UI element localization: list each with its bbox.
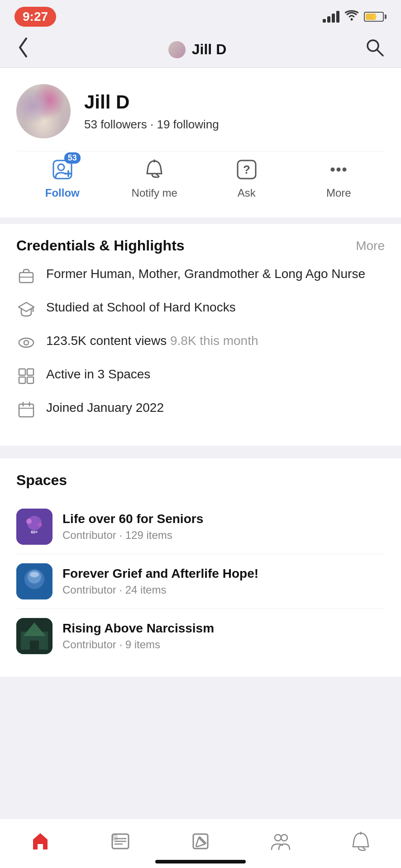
bottom-nav-notifications[interactable]: [338, 830, 383, 852]
views-secondary: 9.8K this month: [170, 334, 258, 348]
credential-text-spaces: Active in 3 Spaces: [46, 365, 150, 383]
space-thumb-1: 60+: [16, 509, 53, 545]
svg-point-48: [281, 835, 287, 841]
status-time: 9:27: [14, 7, 56, 27]
credentials-header: Credentials & Highlights More: [16, 237, 385, 254]
wifi-icon: [345, 10, 358, 24]
notify-label: Notify me: [132, 187, 177, 199]
space-item-3[interactable]: Rising Above Narcissism Contributor · 9 …: [16, 609, 385, 663]
svg-point-30: [26, 519, 32, 524]
svg-text:60+: 60+: [31, 530, 38, 534]
home-indicator: [155, 860, 246, 863]
credential-item-job: Former Human, Mother, Grandmother & Long…: [16, 265, 385, 286]
space-meta-3: Contributor · 9 items: [62, 638, 214, 651]
svg-rect-23: [19, 404, 33, 417]
nav-avatar: [168, 41, 186, 58]
bottom-nav-feed[interactable]: [98, 830, 143, 852]
svg-point-11: [337, 168, 341, 172]
notify-icon-wrap: [141, 156, 168, 183]
ask-button[interactable]: ? Ask: [215, 156, 278, 199]
space-thumb-3: [16, 618, 53, 654]
followers-count: 53 followers: [84, 118, 147, 131]
svg-rect-22: [27, 377, 33, 383]
home-icon: [29, 830, 51, 852]
spaces-icon: [16, 366, 36, 386]
space-item-1[interactable]: 60+ Life over 60 for Seniors Contributor…: [16, 500, 385, 554]
divider-2: [0, 446, 401, 452]
search-button[interactable]: [365, 38, 385, 61]
space-info-1: Life over 60 for Seniors Contributor · 1…: [62, 512, 203, 542]
bottom-nav-write[interactable]: [178, 830, 223, 852]
svg-point-31: [38, 523, 42, 527]
svg-rect-44: [112, 834, 118, 840]
credentials-title: Credentials & Highlights: [16, 237, 185, 254]
space-name-2: Forever Grief and Afterlife Hope!: [62, 566, 258, 581]
svg-point-12: [343, 168, 347, 172]
briefcase-icon: [16, 266, 36, 286]
calendar-icon: [16, 400, 36, 420]
notifications-icon: [350, 830, 372, 852]
avatar-image: [16, 84, 71, 138]
bottom-nav-community[interactable]: [258, 830, 303, 852]
space-name-1: Life over 60 for Seniors: [62, 512, 203, 526]
follow-button[interactable]: 53 Follow: [31, 156, 94, 199]
spaces-section: Spaces 60+ Life over 60 for Seniors Cont…: [0, 458, 401, 677]
signal-icon: [323, 11, 339, 23]
stat-separator: ·: [150, 118, 157, 131]
svg-point-17: [19, 338, 33, 347]
space-thumb-2: [16, 563, 53, 599]
svg-rect-20: [27, 369, 33, 375]
credential-item-spaces: Active in 3 Spaces: [16, 365, 385, 386]
credential-text-education: Studied at School of Hard Knocks: [46, 298, 236, 316]
credentials-more-button[interactable]: More: [356, 239, 385, 253]
ask-icon: ?: [235, 158, 258, 181]
nav-title: Jill D: [192, 41, 226, 58]
back-button[interactable]: [16, 36, 30, 63]
ask-icon-wrap: ?: [233, 156, 260, 183]
svg-rect-39: [30, 641, 39, 650]
svg-point-47: [275, 835, 281, 841]
follow-badge: 53: [64, 152, 81, 164]
battery-icon: ⚡: [364, 12, 387, 22]
credential-item-views: 123.5K content views 9.8K this month: [16, 332, 385, 353]
spaces-title: Spaces: [16, 472, 385, 489]
space-meta-1: Contributor · 129 items: [62, 529, 203, 542]
credential-item-joined: Joined January 2022: [16, 399, 385, 420]
profile-avatar: [16, 84, 71, 138]
profile-info: Jill D 53 followers · 19 following: [84, 91, 219, 132]
nav-title-area: Jill D: [168, 41, 226, 58]
nav-bar: Jill D: [0, 32, 401, 68]
svg-point-0: [351, 18, 353, 20]
profile-top: Jill D 53 followers · 19 following: [16, 84, 385, 138]
action-buttons: 53 Follow Notify me: [16, 151, 385, 207]
space-meta-2: Contributor · 24 items: [62, 584, 258, 596]
svg-rect-19: [19, 369, 25, 375]
more-dots-icon: [327, 158, 350, 181]
svg-rect-45: [193, 834, 208, 849]
bottom-nav-home[interactable]: [18, 830, 63, 852]
divider-1: [0, 217, 401, 224]
follow-icon-wrap: 53: [49, 156, 76, 183]
credential-item-education: Studied at School of Hard Knocks: [16, 298, 385, 319]
svg-line-2: [377, 50, 383, 56]
svg-point-10: [331, 168, 335, 172]
notify-button[interactable]: Notify me: [123, 156, 186, 199]
status-icons: ⚡: [323, 10, 387, 24]
space-info-2: Forever Grief and Afterlife Hope! Contri…: [62, 566, 258, 596]
profile-stats: 53 followers · 19 following: [84, 118, 219, 132]
follow-label: Follow: [45, 187, 80, 199]
svg-point-4: [58, 164, 64, 170]
content-area: Jill D 53 followers · 19 following: [0, 68, 401, 731]
eye-icon: [16, 333, 36, 353]
feed-icon: [110, 830, 131, 852]
write-icon: [190, 830, 211, 852]
bell-icon: [143, 158, 166, 181]
more-icon-wrap: [325, 156, 352, 183]
svg-point-35: [30, 572, 39, 577]
space-name-3: Rising Above Narcissism: [62, 621, 214, 636]
space-info-3: Rising Above Narcissism Contributor · 9 …: [62, 621, 214, 651]
more-button[interactable]: More: [307, 156, 370, 199]
community-icon: [270, 830, 291, 852]
space-item-2[interactable]: Forever Grief and Afterlife Hope! Contri…: [16, 554, 385, 609]
credential-text-joined: Joined January 2022: [46, 399, 164, 416]
